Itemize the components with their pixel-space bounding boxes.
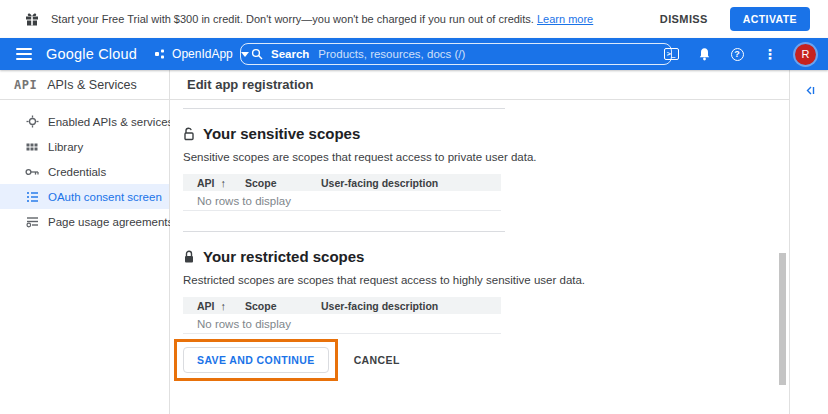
search-label: Search	[271, 48, 309, 60]
sensitive-scopes-section: Your sensitive scopes	[183, 125, 789, 142]
help-icon[interactable]: ?	[729, 46, 745, 62]
page-title: Edit app registration	[187, 77, 313, 92]
sidebar-item-page-usage-agreements[interactable]: Page usage agreements	[0, 209, 169, 234]
save-and-continue-button[interactable]: SAVE AND CONTINUE	[183, 347, 329, 373]
divider	[183, 231, 505, 232]
column-header-description[interactable]: User-facing description	[321, 177, 501, 189]
activate-button[interactable]: ACTIVATE	[730, 7, 810, 31]
annotation-highlight-box: SAVE AND CONTINUE	[174, 339, 338, 381]
notifications-bell-icon[interactable]	[696, 46, 712, 62]
cloud-shell-icon[interactable]: >_	[663, 46, 679, 62]
sidebar-header: API APIs & Services	[0, 70, 169, 100]
sidebar-item-enabled-apis[interactable]: Enabled APIs & services	[0, 109, 169, 134]
restricted-scopes-section: Your restricted scopes	[183, 248, 789, 265]
section-description: Sensitive scopes are scopes that request…	[183, 151, 789, 163]
sidebar-item-oauth-consent-screen[interactable]: OAuth consent screen	[0, 184, 169, 209]
key-icon	[25, 165, 39, 179]
divider	[183, 108, 505, 109]
lock-closed-icon	[183, 250, 195, 264]
section-heading: Your restricted scopes	[203, 248, 364, 265]
gift-icon	[25, 12, 39, 26]
form-actions: SAVE AND CONTINUE CANCEL	[183, 339, 789, 381]
dashboard-icon	[25, 115, 39, 129]
learn-more-link[interactable]: Learn more	[537, 13, 593, 25]
account-avatar[interactable]: R	[795, 44, 816, 65]
more-options-icon[interactable]: ⋮	[762, 46, 778, 62]
api-product-logo: API	[14, 78, 37, 92]
sensitive-scopes-table: API ↑ Scope User-facing description No r…	[183, 174, 501, 211]
collapse-panel-icon[interactable]	[805, 81, 815, 99]
project-icon	[155, 49, 166, 60]
column-header-api[interactable]: API ↑	[183, 300, 245, 312]
free-trial-banner: Start your Free Trial with $300 in credi…	[0, 0, 828, 38]
banner-text: Start your Free Trial with $300 in credi…	[51, 13, 593, 25]
search-placeholder: Products, resources, docs (/)	[318, 48, 465, 60]
app-bar: Google Cloud OpenIdApp Search Products, …	[0, 38, 828, 70]
column-header-scope[interactable]: Scope	[245, 300, 321, 312]
section-description: Restricted scopes are scopes that reques…	[183, 274, 789, 286]
project-name: OpenIdApp	[172, 47, 233, 61]
empty-table-message: No rows to display	[183, 191, 501, 211]
page-header: Edit app registration	[170, 70, 789, 100]
lock-open-icon	[183, 127, 195, 141]
project-selector[interactable]: OpenIdApp	[155, 47, 249, 61]
search-input[interactable]: Search Products, resources, docs (/)	[240, 43, 672, 65]
column-header-api[interactable]: API ↑	[183, 177, 245, 189]
google-cloud-console: Start your Free Trial with $300 in credi…	[0, 0, 828, 414]
section-heading: Your sensitive scopes	[203, 125, 360, 142]
table-header-row: API ↑ Scope User-facing description	[183, 174, 501, 191]
search-icon	[251, 48, 263, 60]
vertical-scrollbar[interactable]	[779, 253, 786, 385]
sidebar-nav: Enabled APIs & services Library	[0, 109, 169, 234]
empty-table-message: No rows to display	[183, 314, 501, 334]
menu-icon[interactable]	[16, 48, 32, 60]
edit-app-registration-form: Your sensitive scopes Sensitive scopes a…	[170, 100, 789, 381]
google-cloud-logo[interactable]: Google Cloud	[46, 46, 137, 62]
sidebar-title: APIs & Services	[47, 78, 137, 92]
main-panel: Edit app registration Your sensitive sco…	[170, 70, 790, 414]
consent-screen-icon	[25, 190, 39, 204]
sidebar: API APIs & Services Enabled APIs & servi…	[0, 70, 170, 414]
cancel-button[interactable]: CANCEL	[354, 354, 400, 366]
column-header-scope[interactable]: Scope	[245, 177, 321, 189]
agreements-icon	[25, 215, 39, 229]
sort-ascending-icon: ↑	[221, 177, 227, 189]
dismiss-button[interactable]: DISMISS	[660, 13, 708, 25]
table-header-row: API ↑ Scope User-facing description	[183, 297, 501, 314]
sidebar-item-library[interactable]: Library	[0, 134, 169, 159]
sort-ascending-icon: ↑	[221, 300, 227, 312]
library-icon	[25, 140, 39, 154]
sidebar-item-credentials[interactable]: Credentials	[0, 159, 169, 184]
column-header-description[interactable]: User-facing description	[321, 300, 501, 312]
restricted-scopes-table: API ↑ Scope User-facing description No r…	[183, 297, 501, 334]
